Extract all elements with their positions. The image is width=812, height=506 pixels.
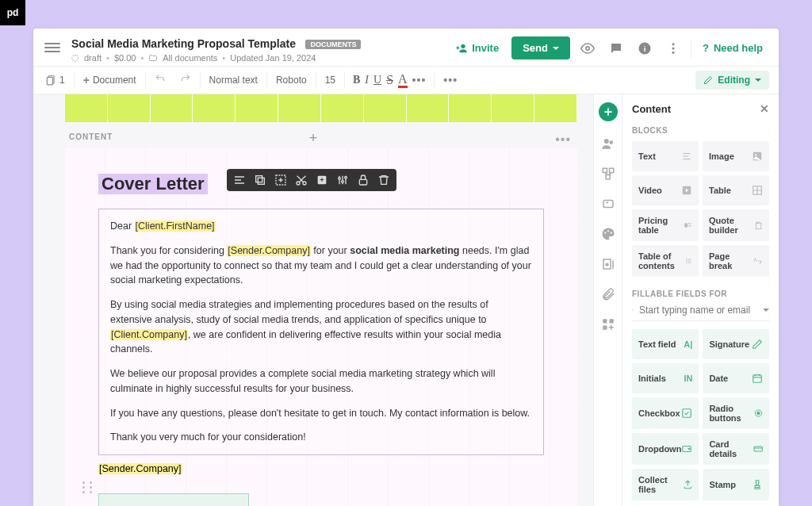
field-stamp[interactable]: Stamp <box>703 469 769 500</box>
block-video[interactable]: Video <box>632 175 699 205</box>
video-icon <box>681 185 692 196</box>
app-logo: pd <box>0 0 25 25</box>
recipients-rail-icon[interactable] <box>600 136 616 151</box>
document-button[interactable]: + Document <box>76 67 144 94</box>
font-size-select[interactable]: 15 <box>318 67 343 94</box>
add-block-icon[interactable] <box>274 174 287 186</box>
block-image[interactable]: Image <box>703 141 769 171</box>
sender-line[interactable]: [Sender.Company] <box>98 463 544 474</box>
preview-icon[interactable] <box>576 37 599 59</box>
mode-button[interactable]: Editing <box>695 71 769 90</box>
card-icon <box>753 443 763 454</box>
info-icon[interactable]: i <box>634 37 656 59</box>
letter-body[interactable]: Dear [Client.FirstName] Thank you for co… <box>98 209 544 455</box>
sender-company-token[interactable]: [Sender.Company] <box>98 463 182 474</box>
svg-rect-80 <box>754 447 762 451</box>
help-button[interactable]: ? Need help <box>698 39 768 57</box>
document-title[interactable]: Social Media Marketing Proposal Template <box>71 37 296 50</box>
comment-icon[interactable] <box>605 37 627 59</box>
sender-company-token[interactable]: [Sender.Company] <box>227 245 311 256</box>
cover-title[interactable]: Cover Letter <box>98 174 208 194</box>
field-checkbox[interactable]: Checkbox <box>632 397 699 429</box>
field-dropdown[interactable]: Dropdown <box>632 433 699 465</box>
chevron-down-icon[interactable] <box>763 309 769 312</box>
document-button-label: Document <box>93 75 136 86</box>
canvas[interactable]: CONTENT + ••• Cover Letter + Dear <box>33 94 593 506</box>
add-content-button[interactable]: + <box>309 130 318 147</box>
design-rail-icon[interactable] <box>600 226 616 242</box>
block-table[interactable]: Table <box>703 175 769 205</box>
align-icon[interactable] <box>233 174 246 186</box>
svg-point-78 <box>757 412 760 415</box>
svg-rect-62 <box>756 223 760 228</box>
invite-button[interactable]: Invite <box>449 38 505 59</box>
workflow-rail-icon[interactable] <box>600 166 616 182</box>
pencil-icon <box>703 75 713 85</box>
blocks-grid: Text Image Video Table Pricing table <box>632 141 769 277</box>
folder-text[interactable]: All documents <box>163 53 217 63</box>
send-button[interactable]: Send <box>511 36 570 59</box>
recipient-search-input[interactable] <box>639 305 758 316</box>
format-group: B I U S A ••• <box>347 73 432 88</box>
underline-button[interactable]: U <box>373 74 381 86</box>
svg-rect-12 <box>258 178 264 184</box>
sidebar: Content ✕ BLOCKS Text Image Video T <box>622 94 779 506</box>
block-toc[interactable]: Table of contents <box>632 245 699 277</box>
svg-rect-47 <box>603 319 607 323</box>
block-menu-button[interactable]: ••• <box>555 132 571 147</box>
field-date[interactable]: Date <box>703 363 769 393</box>
add-rail-button[interactable] <box>599 102 618 121</box>
undo-button[interactable] <box>147 67 173 94</box>
text-color-button[interactable]: A <box>398 73 408 88</box>
signature-field[interactable]: Signature <box>98 493 249 506</box>
delete-icon[interactable] <box>377 174 390 186</box>
redo-button[interactable] <box>173 67 198 94</box>
field-radio[interactable]: Radio buttons <box>703 397 769 429</box>
invite-label: Invite <box>472 42 499 54</box>
field-signature[interactable]: Signature <box>703 329 769 359</box>
menu-icon[interactable] <box>44 40 60 56</box>
library-rail-icon[interactable]: + <box>600 256 616 272</box>
close-icon[interactable]: ✕ <box>760 102 769 115</box>
app-frame: Social Media Marketing Proposal Template… <box>33 29 779 506</box>
cut-icon[interactable] <box>295 174 308 186</box>
lock-icon[interactable] <box>357 174 370 186</box>
strikethrough-button[interactable]: S <box>386 73 393 87</box>
svg-rect-76 <box>683 409 691 418</box>
toolbar-more-button[interactable]: ••• <box>436 67 465 94</box>
field-text[interactable]: Text field A| <box>632 329 699 359</box>
insert-icon[interactable]: + <box>316 174 328 186</box>
document-page[interactable]: Cover Letter + Dear [Client.FirstName] <box>65 148 577 506</box>
settings-icon[interactable] <box>336 174 349 186</box>
recipient-search[interactable] <box>632 305 769 321</box>
italic-button[interactable]: I <box>365 74 369 86</box>
bold-button[interactable]: B <box>353 74 360 86</box>
toc-icon <box>685 255 692 266</box>
apps-rail-icon[interactable] <box>600 316 616 332</box>
block-pricing-table[interactable]: Pricing table $ <box>632 209 699 241</box>
format-more-button[interactable]: ••• <box>412 74 427 86</box>
more-icon[interactable] <box>662 37 684 59</box>
drag-handle-icon[interactable] <box>82 481 95 494</box>
block-text[interactable]: Text <box>632 141 699 171</box>
block-page-break[interactable]: Page break <box>703 245 769 277</box>
document-meta: ◌ draft • $0.00 • All documents • Update… <box>71 52 449 63</box>
copy-icon[interactable] <box>254 174 266 186</box>
dropdown-icon <box>681 443 692 454</box>
font-select[interactable]: Roboto <box>269 67 314 94</box>
block-quote-builder[interactable]: Quote builder <box>703 209 769 241</box>
client-company-token[interactable]: [Client.Company] <box>110 329 188 340</box>
svg-point-27 <box>342 181 344 183</box>
attachments-rail-icon[interactable] <box>600 286 616 302</box>
field-collect-files[interactable]: Collect files <box>632 469 699 500</box>
blocks-section-label: BLOCKS <box>632 126 769 135</box>
image-icon <box>752 151 763 162</box>
pages-button[interactable]: 1 <box>38 67 72 94</box>
field-card-details[interactable]: Card details <box>703 433 769 465</box>
field-initials[interactable]: Initials IN <box>632 363 699 393</box>
pagebreak-icon <box>753 255 763 266</box>
variables-rail-icon[interactable] <box>600 196 616 212</box>
text-style-select[interactable]: Normal text <box>202 67 265 94</box>
client-firstname-token[interactable]: [Client.FirstName] <box>135 220 216 232</box>
sidebar-title: Content <box>632 103 671 115</box>
